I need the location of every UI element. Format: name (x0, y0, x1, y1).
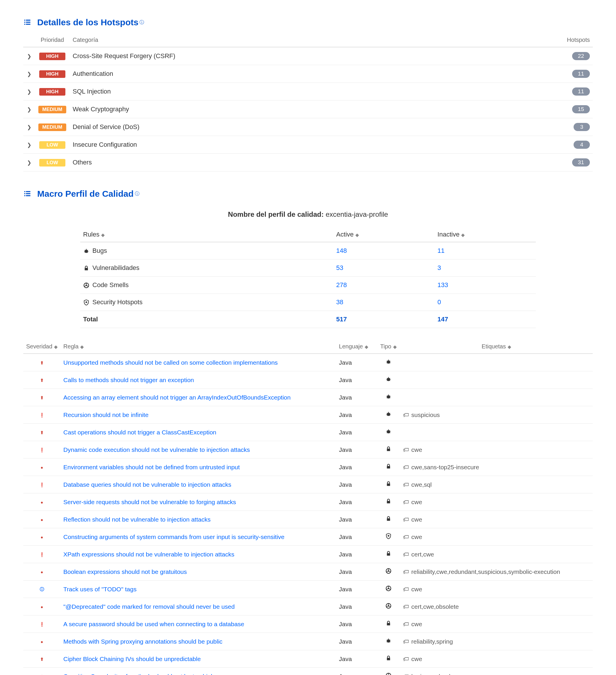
inactive-link[interactable]: 11 (438, 247, 445, 254)
expand-toggle[interactable]: ❯ (23, 118, 35, 136)
col-tags[interactable]: Etiquetas◆ (400, 340, 593, 354)
expand-toggle[interactable]: ❯ (23, 47, 35, 65)
expand-toggle[interactable]: ❯ (23, 100, 35, 118)
svg-rect-6 (24, 191, 25, 193)
rule-link[interactable]: Unsupported methods should not be called… (63, 359, 278, 366)
rule-link[interactable]: Constructing arguments of system command… (63, 533, 285, 540)
type-bug-icon (385, 638, 392, 644)
col-language[interactable]: Lenguaje◆ (336, 340, 377, 354)
expand-toggle[interactable]: ❯ (23, 136, 35, 154)
type-cell (377, 668, 400, 675)
svg-line-15 (85, 250, 85, 251)
type-smell-icon (385, 603, 392, 609)
inactive-link[interactable]: 0 (438, 298, 441, 306)
svg-point-79 (388, 605, 389, 607)
rule-link[interactable]: Calls to methods should not trigger an e… (63, 377, 194, 383)
col-rules[interactable]: Rules◆ (80, 227, 333, 242)
active-link[interactable]: 53 (336, 264, 343, 272)
svg-rect-11 (26, 195, 30, 197)
tag-text: suspicious (411, 411, 440, 418)
tag-text: cwe (411, 586, 422, 593)
svg-rect-83 (387, 623, 390, 625)
hotspot-row[interactable]: ❯ HIGH SQL Injection 11 (23, 83, 593, 100)
hotspots-section: Detalles de los Hotspots ⓘ Prioridad Cat… (23, 17, 593, 171)
rule-link[interactable]: A secure password should be used when co… (63, 621, 244, 627)
rule-link[interactable]: Recursion should not be infinite (63, 411, 149, 418)
priority-badge: HIGH (39, 70, 65, 78)
language-cell: Java (336, 563, 377, 581)
smell-icon (83, 282, 89, 289)
type-vuln-icon (385, 620, 392, 626)
svg-line-57 (387, 430, 387, 431)
tag-text: cwe (411, 533, 422, 540)
hotspot-row[interactable]: ❯ MEDIUM Denial of Service (DoS) 3 (23, 118, 593, 136)
rule-link[interactable]: Cognitive Complexity of methods should n… (63, 673, 214, 675)
tag-icon: 🏷 (403, 499, 409, 505)
rule-link[interactable]: Cipher Block Chaining IVs should be unpr… (63, 656, 201, 662)
rule-link[interactable]: Cast operations should not trigger a Cla… (63, 429, 216, 436)
inactive-cell: 133 (435, 277, 536, 294)
rule-link[interactable]: Database queries should not be vulnerabl… (63, 481, 231, 488)
severity-cell: ⬆ (23, 668, 61, 675)
priority-cell: LOW (35, 154, 70, 171)
col-inactive[interactable]: Inactive◆ (435, 227, 536, 242)
bug-icon (83, 248, 89, 254)
inactive-link[interactable]: 133 (438, 281, 448, 289)
category-cell: Weak Cryptography (70, 100, 558, 118)
rule-link[interactable]: Methods with Spring proxying annotations… (63, 638, 223, 645)
expand-toggle[interactable]: ❯ (23, 154, 35, 171)
col-severity[interactable]: Severidad◆ (23, 340, 61, 354)
svg-rect-67 (387, 553, 390, 555)
hotspot-row[interactable]: ❯ LOW Insecure Configuration 4 (23, 136, 593, 154)
svg-rect-91 (387, 658, 390, 660)
count-cell: 11 (558, 65, 593, 83)
help-icon[interactable]: ⓘ (135, 191, 140, 197)
svg-rect-9 (26, 191, 30, 193)
rule-link[interactable]: Reflection should not be vulnerable to i… (63, 516, 211, 523)
type-vuln-icon (385, 550, 392, 557)
type-cell (377, 441, 400, 458)
type-smell-icon (385, 672, 392, 675)
severity-cell: ● (23, 598, 61, 615)
rule-link[interactable]: XPath expressions should not be vulnerab… (63, 551, 234, 557)
active-link[interactable]: 148 (336, 247, 347, 254)
language-cell: Java (336, 458, 377, 476)
severity-blocker-icon: ❗ (38, 481, 45, 489)
rule-link[interactable]: Server-side requests should not be vulne… (63, 499, 236, 505)
tags-cell: 🏷brain-overload (400, 668, 593, 675)
type-vuln-icon (385, 446, 392, 452)
rule-link[interactable]: Dynamic code execution should not be vul… (63, 446, 250, 453)
category-cell: SQL Injection (70, 83, 558, 100)
type-cell (377, 389, 400, 406)
col-rule[interactable]: Regla◆ (61, 340, 336, 354)
type-cell (377, 511, 400, 528)
rule-link[interactable]: "@Deprecated" code marked for removal sh… (63, 603, 235, 610)
category-cell: Authentication (70, 65, 558, 83)
svg-line-90 (389, 642, 390, 643)
hotspot-row[interactable]: ❯ MEDIUM Weak Cryptography 15 (23, 100, 593, 118)
severity-cell: ⓘ (23, 581, 61, 598)
rule-link[interactable]: Track uses of "TODO" tags (63, 586, 137, 593)
detail-row: ❗ XPath expressions should not be vulner… (23, 546, 593, 563)
detail-row: ● Environment variables should not be de… (23, 458, 593, 476)
tag-text: cwe (411, 516, 422, 523)
hotspot-row[interactable]: ❯ HIGH Authentication 11 (23, 65, 593, 83)
col-active[interactable]: Active◆ (333, 227, 435, 242)
hotspot-row[interactable]: ❯ HIGH Cross-Site Request Forgery (CSRF)… (23, 47, 593, 65)
hotspot-row[interactable]: ❯ LOW Others 31 (23, 154, 593, 171)
language-cell: Java (336, 546, 377, 563)
rule-link[interactable]: Boolean expressions should not be gratui… (63, 569, 187, 575)
section-header: Detalles de los Hotspots ⓘ (23, 17, 593, 27)
active-link[interactable]: 38 (336, 298, 343, 306)
expand-toggle[interactable]: ❯ (23, 83, 35, 100)
rule-link[interactable]: Environment variables should not be defi… (63, 464, 240, 470)
help-icon[interactable]: ⓘ (140, 19, 144, 25)
col-type[interactable]: Tipo◆ (377, 340, 400, 354)
active-link[interactable]: 278 (336, 281, 347, 289)
svg-line-31 (387, 363, 387, 364)
expand-toggle[interactable]: ❯ (23, 65, 35, 83)
inactive-link[interactable]: 3 (438, 264, 441, 272)
type-cell (377, 633, 400, 650)
svg-line-30 (389, 361, 390, 361)
rule-link[interactable]: Accessing an array element should not tr… (63, 394, 291, 401)
